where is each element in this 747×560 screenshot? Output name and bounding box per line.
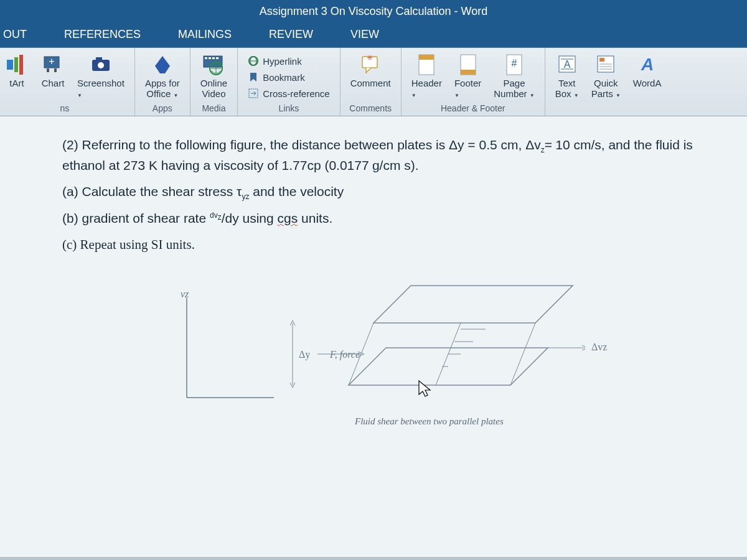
tab-review[interactable]: REVIEW: [263, 23, 319, 47]
paragraph-c: (c) Repeat using SI units.: [25, 235, 722, 255]
svg-text:A: A: [563, 59, 570, 70]
screenshot-icon: [89, 53, 113, 77]
chevron-down-icon: ▼: [616, 93, 621, 98]
group-label-apps: Apps: [143, 103, 182, 113]
svg-text:✳: ✳: [367, 54, 373, 62]
svg-point-8: [98, 62, 104, 68]
group-label-headerfooter: Header & Footer: [409, 103, 537, 113]
bookmark-button[interactable]: Bookmark: [245, 70, 332, 84]
smartart-label: tArt: [9, 78, 24, 88]
svg-rect-4: [47, 68, 49, 72]
paragraph-q2: (2) Referring to the following figure, t…: [25, 135, 722, 176]
screenshot-button[interactable]: Screenshot▼: [75, 52, 127, 100]
figure-svg: [149, 279, 585, 422]
paragraph-b: (b) gradient of shear rate dvz/dy using …: [25, 208, 722, 229]
comment-button[interactable]: ✳ Comment: [348, 52, 393, 90]
office-apps-icon: [151, 53, 174, 77]
tab-references[interactable]: REFERENCES: [58, 23, 147, 47]
svg-rect-13: [212, 57, 215, 59]
smartart-icon: [5, 53, 29, 77]
header-button[interactable]: Header▼: [409, 52, 444, 100]
paragraph-a: (a) Calculate the shear stress τyz and t…: [25, 182, 722, 202]
svg-text:A: A: [640, 55, 653, 74]
svg-rect-14: [216, 57, 218, 59]
chevron-down-icon: ▼: [574, 93, 579, 98]
chevron-down-icon: ▼: [77, 93, 82, 98]
page-number-icon: #: [502, 53, 526, 77]
cross-reference-button[interactable]: Cross-reference: [245, 86, 332, 100]
footer-button[interactable]: Footer▼: [452, 52, 484, 100]
fig-label-dvz: Δvz: [591, 342, 607, 353]
chevron-down-icon: ▼: [411, 93, 416, 98]
tab-layout[interactable]: OUT: [0, 23, 33, 47]
svg-text:#: #: [512, 58, 517, 68]
svg-rect-1: [14, 57, 18, 72]
group-label-media: Media: [198, 103, 230, 113]
comment-icon: ✳: [359, 53, 382, 77]
svg-rect-12: [209, 57, 211, 59]
group-illustrations: tArt + Chart Screenshot▼ ns: [0, 48, 135, 116]
group-comments: ✳ Comment Comments: [341, 48, 402, 116]
svg-line-37: [510, 323, 535, 385]
svg-rect-5: [54, 68, 57, 72]
screenshot-label: Screenshot: [77, 78, 125, 88]
ribbon: tArt + Chart Screenshot▼ ns: [0, 48, 747, 116]
wordart-icon: A: [636, 53, 659, 77]
chevron-down-icon: ▼: [173, 93, 178, 98]
page-number-button[interactable]: # PageNumber ▼: [491, 52, 537, 101]
svg-rect-2: [19, 55, 23, 75]
smartart-button[interactable]: tArt: [2, 52, 31, 90]
svg-rect-9: [96, 57, 102, 61]
cross-reference-icon: [248, 88, 259, 99]
group-media: OnlineVideo Media: [190, 48, 238, 116]
hyperlink-button[interactable]: Hyperlink: [245, 54, 332, 68]
svg-rect-11: [205, 57, 207, 59]
chart-icon: +: [41, 53, 65, 77]
fig-label-dy: Δy: [299, 349, 310, 360]
fig-label-vz: vz: [181, 289, 189, 300]
online-video-button[interactable]: OnlineVideo: [198, 52, 230, 101]
fig-caption: Fluid shear between two parallel plates: [355, 416, 504, 427]
online-video-icon: [202, 53, 225, 77]
text-box-button[interactable]: A TextBox ▼: [553, 52, 581, 101]
group-apps: Apps forOffice ▼ Apps: [135, 48, 190, 116]
apps-for-office-button[interactable]: Apps forOffice ▼: [143, 52, 182, 101]
svg-rect-31: [599, 58, 604, 62]
svg-rect-0: [7, 60, 13, 70]
svg-text:+: +: [49, 56, 54, 67]
quick-parts-icon: [594, 53, 618, 77]
title-bar: Assignment 3 On Viscosity Calculation - …: [0, 0, 747, 23]
hyperlink-icon: [248, 55, 259, 67]
chart-label: Chart: [42, 78, 65, 88]
chevron-down-icon: ▼: [530, 93, 535, 98]
svg-rect-23: [461, 70, 476, 75]
tab-view[interactable]: VIEW: [344, 23, 385, 47]
footer-icon: [456, 53, 480, 77]
chart-button[interactable]: + Chart: [39, 52, 67, 90]
svg-rect-21: [419, 55, 434, 60]
group-label-links: Links: [245, 103, 332, 113]
group-text: A TextBox ▼ QuickParts ▼ A WordA: [545, 48, 672, 116]
group-label-illustrations: ns: [2, 103, 127, 113]
group-links: Hyperlink Bookmark Cross-reference Links: [238, 48, 341, 116]
group-label-comments: Comments: [348, 103, 393, 113]
spell-error-cgs: cgs: [278, 211, 298, 225]
text-box-icon: A: [555, 53, 579, 77]
group-header-footer: Header▼ Footer▼ # PageNumber ▼ Header & …: [402, 48, 545, 116]
wordart-button[interactable]: A WordA: [631, 52, 664, 90]
ribbon-tabs: OUT REFERENCES MAILINGS REVIEW VIEW: [0, 23, 747, 48]
header-icon: [415, 53, 438, 77]
bookmark-icon: [248, 72, 259, 83]
chevron-down-icon: ▼: [454, 93, 459, 98]
quick-parts-button[interactable]: QuickParts ▼: [589, 52, 623, 101]
document-body[interactable]: (2) Referring to the following figure, t…: [0, 116, 747, 557]
fig-label-force: F, force: [330, 349, 360, 360]
window-title: Assignment 3 On Viscosity Calculation - …: [260, 5, 488, 17]
tab-mailings[interactable]: MAILINGS: [172, 23, 238, 47]
figure-shear-plates: vz Δy F, force Δvz Fluid shear between t…: [25, 279, 722, 441]
